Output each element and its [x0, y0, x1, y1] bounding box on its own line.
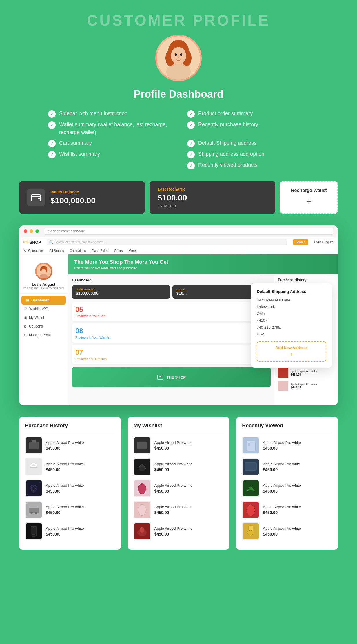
- svg-point-36: [139, 467, 145, 471]
- ph-details-4: Apple Airpod Pro white $450.00: [46, 505, 115, 515]
- svg-point-41: [140, 527, 144, 533]
- browser-bar: theshop.com/dashboard: [19, 225, 338, 237]
- recharge-plus-icon: +: [306, 196, 312, 207]
- svg-point-27: [30, 512, 33, 514]
- cart-count: 05: [75, 305, 267, 314]
- wl-item-1: Apple Airpod Pro white $450.00: [134, 437, 224, 454]
- cat-all-brands[interactable]: All Brands: [49, 249, 64, 252]
- rv-item-3: Apple Airpod Pro white $450.00: [242, 480, 332, 497]
- hero-text: The More You Shop The More You Get: [74, 259, 332, 265]
- recharge-wallet-button[interactable]: Recharge Wallet +: [280, 181, 338, 214]
- dashboard-title: Profile Dashboard: [17, 88, 340, 100]
- sidebar-dashboard[interactable]: ⊞ Dashboard: [21, 296, 66, 305]
- rv-item-2: Apple Airpod Pro white $450.00: [242, 458, 332, 475]
- nav-search-box[interactable]: 🔍 Search for products, brands and more .…: [47, 239, 287, 245]
- rv-thumb-4: [242, 501, 259, 518]
- wl-thumb-1: [134, 437, 151, 454]
- shop-nav: THE SHOP 🔍 Search for products, brands a…: [19, 237, 338, 247]
- wl-name-2: Apple Airpod Pro white: [154, 462, 224, 466]
- profile-icon: ⊙: [24, 333, 27, 337]
- sidebar-coupons[interactable]: ✿ Coupons: [19, 322, 68, 331]
- check-icon-3: [48, 140, 56, 147]
- dashboard-section-label: Dashboard: [72, 278, 271, 282]
- promo-logo: THE SHOP: [167, 375, 186, 379]
- rv-price-4: $450.00: [263, 510, 332, 515]
- ph-price-4: $450.00: [46, 510, 115, 515]
- stat-cards: 05 Products in Your Cart 08 Products in …: [72, 302, 271, 364]
- mini-wallet-label: Wallet Balance: [76, 288, 166, 291]
- address-line3: Ohio,: [257, 310, 326, 317]
- stat-card-cart: 05 Products in Your Cart: [72, 302, 271, 321]
- svg-point-5: [171, 47, 186, 65]
- wl-details-3: Apple Airpod Pro white $450.00: [154, 483, 224, 493]
- wishlist-card-title: My Wishlist: [134, 423, 224, 432]
- browser-maximize-dot: [35, 229, 39, 233]
- svg-rect-46: [245, 462, 256, 471]
- wishlist-items: Apple Airpod Pro white $450.00 Apple Air…: [134, 437, 224, 540]
- cat-campaigns[interactable]: Campaigns: [70, 249, 86, 252]
- cart-label: Products in Your Cart: [75, 314, 267, 318]
- browser-url-bar[interactable]: theshop.com/dashboard: [44, 228, 333, 235]
- page-title: CUSTOMER PROFILE: [17, 12, 340, 29]
- check-icon-6: [187, 121, 195, 129]
- recently-viewed-card: Recently Viewed Apple Airpod Pro white $…: [236, 417, 338, 550]
- last-recharge-amount: $100.00: [158, 193, 267, 202]
- sidebar-manage-profile[interactable]: ⊙ Manage Profile: [19, 331, 68, 339]
- search-button[interactable]: Search: [293, 239, 308, 245]
- wallet-row: Wallet Balance $100,000.00 Last Recharge…: [19, 181, 338, 214]
- add-address-label: Add New Address: [261, 345, 322, 350]
- svg-point-6: [175, 53, 177, 56]
- mockup-sidebar: Levis August livis.ashana.1166@hotmail.c…: [19, 254, 68, 405]
- stat-card-wishlist: 08 Products in Your Wishlist: [72, 323, 271, 343]
- feature-item-1: Sidebar with menu instruction: [48, 110, 170, 118]
- ph-item-2: Apple Airpod Pro white $450.00: [25, 458, 115, 475]
- wishlist-thumb-3: [278, 368, 288, 378]
- feature-item-2: Wallet summary (wallet balance, last rec…: [48, 121, 170, 136]
- ph-item-5: Apple Airpod Pro white $450.00: [25, 522, 115, 540]
- rv-details-1: Apple Airpod Pro white $450.00: [263, 440, 332, 451]
- check-icon-9: [187, 162, 195, 169]
- sidebar-wishlist[interactable]: ♡ Wishlist (99): [19, 305, 68, 313]
- wishlist-card: My Wishlist Apple Airpod Pro white $450.…: [128, 417, 230, 550]
- wl-details-1: Apple Airpod Pro white $450.00: [154, 440, 224, 451]
- main-wrapper: CUSTOMER PROFILE Profile Dashboard Si: [0, 0, 357, 567]
- shop-logo: THE SHOP: [23, 240, 41, 245]
- recently-viewed-card-title: Recently Viewed: [242, 423, 332, 432]
- recharge-wallet-label: Recharge Wallet: [291, 188, 327, 193]
- feature-item-8: Shipping address add option: [187, 150, 309, 158]
- ph-price-2: $450.00: [46, 467, 115, 472]
- address-line1: 3971 Peaceful Lane,: [257, 297, 326, 303]
- ph-name-5: Apple Airpod Pro white: [46, 526, 115, 531]
- rv-name-2: Apple Airpod Pro white: [263, 462, 332, 466]
- sidebar-wallet[interactable]: ◉ My Wallet: [19, 313, 68, 322]
- login-link[interactable]: Login / Register: [314, 240, 334, 244]
- ph-name-3: Apple Airpod Pro white: [46, 483, 115, 488]
- check-icon-2: [48, 121, 56, 129]
- add-new-address-button[interactable]: Add New Address +: [257, 341, 326, 362]
- wl-price-2: $450.00: [154, 467, 224, 472]
- wallet-balance-label: Wallet Balance: [50, 190, 137, 194]
- cat-all-categories[interactable]: All Categories: [24, 249, 43, 252]
- cat-flash-sales[interactable]: Flash Sales: [92, 249, 108, 252]
- category-nav: All Categories All Brands Campaigns Flas…: [19, 247, 338, 254]
- feature-item-4: Wishlist summary: [48, 150, 170, 158]
- ph-item-4: Apple Airpod Pro white $450.00: [25, 501, 115, 518]
- coupons-icon: ✿: [24, 324, 27, 328]
- cat-offers[interactable]: Offers: [114, 249, 123, 252]
- svg-point-21: [32, 464, 35, 466]
- address-line2: Lakewood,: [257, 303, 326, 310]
- cat-more[interactable]: More: [129, 249, 136, 252]
- wallet-balance-card: Wallet Balance $100,000.00: [19, 181, 145, 214]
- wl-price-3: $450.00: [154, 489, 224, 493]
- logo-shop: SHOP: [30, 240, 41, 245]
- logo-the: THE: [23, 240, 28, 244]
- wl-price-4: $450.00: [154, 510, 224, 515]
- wishlist-label: Products in Your Wishlist: [75, 336, 267, 339]
- wl-thumb-5: [134, 522, 151, 540]
- ph-price-5: $450.00: [46, 532, 115, 536]
- wishlist-count: 08: [75, 327, 267, 335]
- svg-point-24: [32, 487, 35, 490]
- wl-name-4: Apple Airpod Pro white: [154, 505, 224, 509]
- mini-wallet-card: Wallet Balance $100,000.00: [72, 285, 170, 299]
- rv-details-5: Apple Airpod Pro white $450.00: [263, 526, 332, 536]
